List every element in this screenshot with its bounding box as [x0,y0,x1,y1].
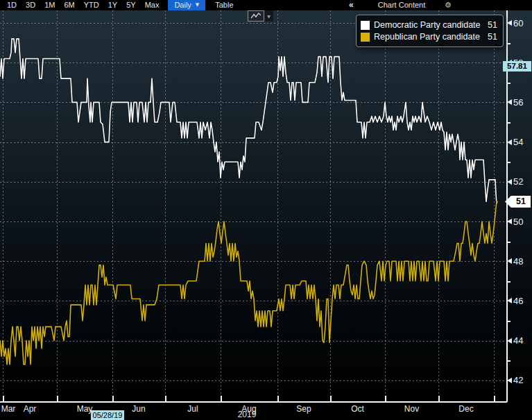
tick-arrow-icon [507,179,512,185]
x-tick-label-jun: Jun [123,404,154,414]
y-tick-label-48: 48 [507,255,523,267]
legend-value: 51 [485,32,497,42]
x-tick-label-nov: Nov [397,404,427,414]
legend-label: Democratic Party candidate [374,20,485,30]
tick-arrow-icon [507,298,512,303]
period-button-ytd[interactable]: YTD [83,0,101,10]
y-tick-label-44: 44 [507,335,523,346]
legend-swatch [361,33,370,42]
tracker-date-label: 05/28/19 [91,410,124,420]
y-tick-text: 52 [513,176,523,187]
chevron-down-icon: ▼ [196,0,199,10]
line-chart-icon [248,10,264,22]
x-tick-label-jul: Jul [178,404,208,414]
plot-background [0,10,532,401]
x-tick-label-aug: Aug [234,404,264,414]
x-tick-label-oct: Oct [343,404,373,414]
x-tick-label-sep: Sep [289,404,319,414]
y-tick-label-56: 56 [507,96,523,108]
tick-arrow-icon [507,219,512,224]
tick-arrow-icon [507,378,512,383]
legend-swatch [361,21,370,30]
gear-icon[interactable]: ⚙ [445,0,452,10]
period-button-max[interactable]: Max [144,0,161,10]
chart-content-tab[interactable]: Chart Content [368,0,435,10]
y-tick-text: 50 [513,217,523,227]
tick-arrow-icon [507,99,512,105]
y-tick-text: 46 [513,296,523,306]
tick-arrow-icon [507,338,512,344]
period-button-5y[interactable]: 5Y [125,0,137,10]
collapse-panel-icon[interactable]: « [349,0,354,10]
y-tick-text: 48 [513,256,523,267]
legend-item-democratic[interactable]: Democratic Party candidate51 [361,19,497,31]
y-tick-text: 54 [513,137,523,147]
y-tick-label-60: 60 [507,17,523,28]
y-tick-label-54: 54 [507,137,523,148]
period-button-1m[interactable]: 1M [43,0,56,10]
legend-value: 51 [485,20,497,30]
table-button[interactable]: Table [214,0,234,10]
legend-label: Republican Party candidate [374,32,485,42]
chart-type-button[interactable]: ▼ [248,10,273,22]
y-tick-label-50: 50 [507,216,523,227]
y-tick-text: 44 [513,335,523,346]
legend-item-republican[interactable]: Republican Party candidate51 [361,31,497,42]
period-buttons: 1D3D1M6MYTD1Y5YMax [0,0,166,10]
period-button-1d[interactable]: 1D [6,0,18,10]
frequency-label: Daily [174,0,191,10]
chart-type-caret-icon[interactable]: ▼ [264,10,273,22]
y-tick-text: 60 [513,18,523,28]
y-tick-text: 42 [513,375,523,385]
y-tick-label-46: 46 [507,295,523,306]
legend: Democratic Party candidate51Republican P… [356,15,504,47]
x-tick-label-apr: Apr [15,404,45,414]
tick-arrow-icon [507,20,512,26]
frequency-dropdown[interactable]: Daily ▼ [168,0,205,10]
y-tick-label-42: 42 [507,375,523,386]
toolbar: 1D3D1M6MYTD1Y5YMax Daily ▼ Table « Chart… [0,0,532,10]
x-tick-label-dec: Dec [451,404,481,414]
period-button-1y[interactable]: 1Y [107,0,119,10]
chart-window: 1D3D1M6MYTD1Y5YMax Daily ▼ Table « Chart… [0,0,532,420]
tick-arrow-icon [507,140,512,145]
y-tick-text: 56 [513,97,523,108]
period-button-3d[interactable]: 3D [24,0,37,10]
tracker-value-label: 57.81 [503,61,531,72]
y-tick-label-52: 52 [507,176,523,187]
tick-arrow-icon [507,258,512,264]
period-button-6m[interactable]: 6M [62,0,76,10]
